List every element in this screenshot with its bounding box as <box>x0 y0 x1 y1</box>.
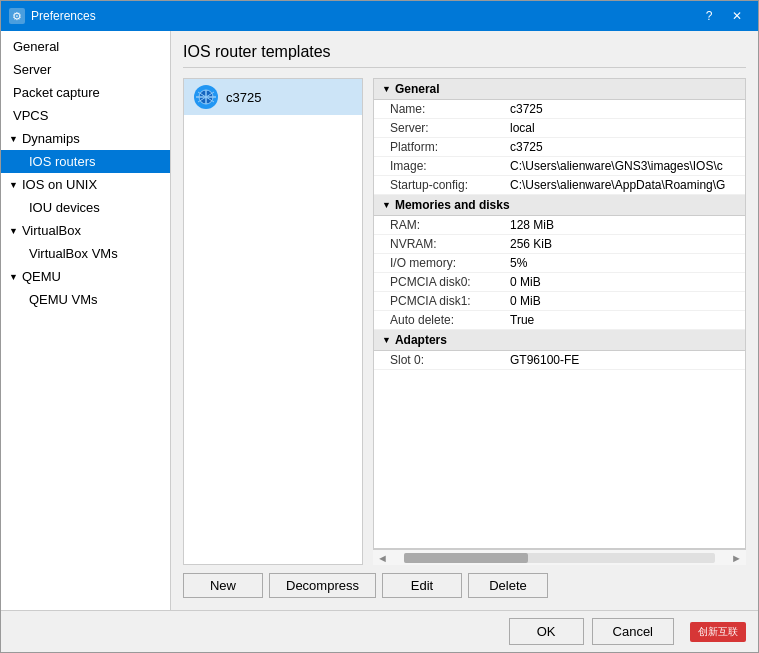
sidebar-item-label: IOS routers <box>29 154 95 169</box>
detail-label: I/O memory: <box>390 256 510 270</box>
detail-value: local <box>510 121 729 135</box>
detail-value: c3725 <box>510 140 729 154</box>
sidebar-item-dynamips[interactable]: ▼Dynamips <box>1 127 170 150</box>
router-label: c3725 <box>226 90 261 105</box>
sidebar-item-ios-routers[interactable]: IOS routers <box>1 150 170 173</box>
section-title: Memories and disks <box>395 198 510 212</box>
sidebar-item-label: VirtualBox VMs <box>29 246 118 261</box>
detail-label: NVRAM: <box>390 237 510 251</box>
sidebar-item-label: VirtualBox <box>22 223 81 238</box>
detail-row: Platform: c3725 <box>374 138 745 157</box>
router-list: c3725 <box>183 78 363 565</box>
detail-value: 0 MiB <box>510 275 729 289</box>
detail-row: Startup-config: C:\Users\alienware\AppDa… <box>374 176 745 195</box>
detail-value: c3725 <box>510 102 729 116</box>
sidebar-item-packet-capture[interactable]: Packet capture <box>1 81 170 104</box>
brand-label: 创新互联 <box>690 622 746 642</box>
sidebar-item-label: QEMU <box>22 269 61 284</box>
content-area: GeneralServerPacket captureVPCS▼Dynamips… <box>1 31 758 610</box>
collapse-icon: ▼ <box>382 200 391 210</box>
title-bar-controls: ? ✕ <box>696 6 750 26</box>
decompress-button[interactable]: Decompress <box>269 573 376 598</box>
sidebar-item-qemu-vms[interactable]: QEMU VMs <box>1 288 170 311</box>
detail-row: NVRAM: 256 KiB <box>374 235 745 254</box>
detail-label: Name: <box>390 102 510 116</box>
scrollbar-thumb[interactable] <box>404 553 528 563</box>
delete-button[interactable]: Delete <box>468 573 548 598</box>
detail-panel: ▼General Name: c3725 Server: local Platf… <box>373 78 746 549</box>
horizontal-scrollbar[interactable]: ◄ ► <box>373 549 746 565</box>
sidebar-item-qemu[interactable]: ▼QEMU <box>1 265 170 288</box>
sidebar-item-ios-on-unix[interactable]: ▼IOS on UNIX <box>1 173 170 196</box>
detail-value: 256 KiB <box>510 237 729 251</box>
sidebar-item-virtualbox-vms[interactable]: VirtualBox VMs <box>1 242 170 265</box>
detail-label: PCMCIA disk0: <box>390 275 510 289</box>
sidebar-item-iou-devices[interactable]: IOU devices <box>1 196 170 219</box>
section-title: General <box>395 82 440 96</box>
collapse-icon: ▼ <box>382 84 391 94</box>
ok-button[interactable]: OK <box>509 618 584 645</box>
sidebar-item-label: Packet capture <box>13 85 100 100</box>
sidebar-item-general[interactable]: General <box>1 35 170 58</box>
detail-row: I/O memory: 5% <box>374 254 745 273</box>
sidebar: GeneralServerPacket captureVPCS▼Dynamips… <box>1 31 171 610</box>
detail-row: Name: c3725 <box>374 100 745 119</box>
sidebar-item-label: IOS on UNIX <box>22 177 97 192</box>
detail-value: GT96100-FE <box>510 353 729 367</box>
detail-label: Slot 0: <box>390 353 510 367</box>
chevron-icon: ▼ <box>9 180 18 190</box>
detail-label: Platform: <box>390 140 510 154</box>
section-header-memories-disks: ▼Memories and disks <box>374 195 745 216</box>
detail-label: PCMCIA disk1: <box>390 294 510 308</box>
sidebar-item-label: Server <box>13 62 51 77</box>
title-bar: ⚙ Preferences ? ✕ <box>1 1 758 31</box>
sidebar-item-label: General <box>13 39 59 54</box>
detail-label: Image: <box>390 159 510 173</box>
sidebar-item-vpcs[interactable]: VPCS <box>1 104 170 127</box>
panel-body: c3725 ▼General Name: c3725 Server: local… <box>183 78 746 565</box>
scrollbar-track[interactable] <box>404 553 715 563</box>
detail-row: Image: C:\Users\alienware\GNS3\images\IO… <box>374 157 745 176</box>
detail-row: RAM: 128 MiB <box>374 216 745 235</box>
router-icon <box>194 85 218 109</box>
sidebar-item-virtualbox[interactable]: ▼VirtualBox <box>1 219 170 242</box>
panel-title: IOS router templates <box>183 43 746 68</box>
chevron-icon: ▼ <box>9 226 18 236</box>
detail-value: C:\Users\alienware\AppData\Roaming\G <box>510 178 729 192</box>
help-button[interactable]: ? <box>696 6 722 26</box>
detail-label: RAM: <box>390 218 510 232</box>
sidebar-item-label: VPCS <box>13 108 48 123</box>
footer: OK Cancel 创新互联 <box>1 610 758 652</box>
detail-row: Server: local <box>374 119 745 138</box>
cancel-button[interactable]: Cancel <box>592 618 674 645</box>
preferences-window: ⚙ Preferences ? ✕ GeneralServerPacket ca… <box>0 0 759 653</box>
detail-row: Slot 0: GT96100-FE <box>374 351 745 370</box>
detail-row: PCMCIA disk1: 0 MiB <box>374 292 745 311</box>
sidebar-item-label: Dynamips <box>22 131 80 146</box>
section-header-adapters: ▼Adapters <box>374 330 745 351</box>
chevron-icon: ▼ <box>9 272 18 282</box>
collapse-icon: ▼ <box>382 335 391 345</box>
sidebar-item-label: IOU devices <box>29 200 100 215</box>
new-button[interactable]: New <box>183 573 263 598</box>
sidebar-item-server[interactable]: Server <box>1 58 170 81</box>
button-row: NewDecompressEditDelete <box>183 573 746 598</box>
detail-row: PCMCIA disk0: 0 MiB <box>374 273 745 292</box>
detail-label: Startup-config: <box>390 178 510 192</box>
edit-button[interactable]: Edit <box>382 573 462 598</box>
detail-label: Server: <box>390 121 510 135</box>
detail-value: True <box>510 313 729 327</box>
detail-value: 0 MiB <box>510 294 729 308</box>
detail-value: C:\Users\alienware\GNS3\images\IOS\c <box>510 159 729 173</box>
window-title: Preferences <box>31 9 696 23</box>
window-icon: ⚙ <box>9 8 25 24</box>
section-title: Adapters <box>395 333 447 347</box>
detail-value: 128 MiB <box>510 218 729 232</box>
detail-label: Auto delete: <box>390 313 510 327</box>
sidebar-item-label: QEMU VMs <box>29 292 98 307</box>
detail-row: Auto delete: True <box>374 311 745 330</box>
section-header-general: ▼General <box>374 79 745 100</box>
close-button[interactable]: ✕ <box>724 6 750 26</box>
detail-value: 5% <box>510 256 729 270</box>
router-list-item-c3725[interactable]: c3725 <box>184 79 362 115</box>
